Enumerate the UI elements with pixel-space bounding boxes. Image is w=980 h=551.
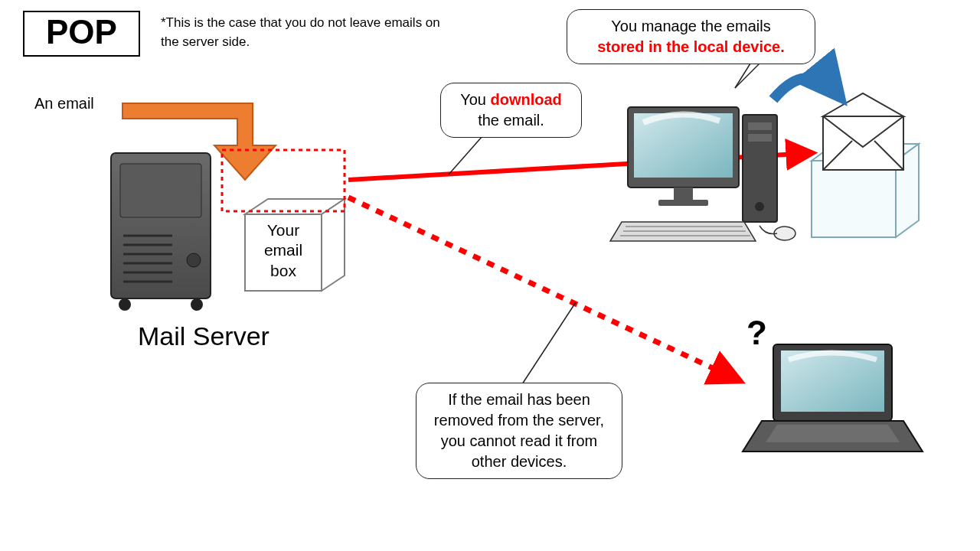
callout-download-post: the email.	[478, 112, 544, 129]
blue-curved-arrow-icon	[773, 78, 841, 99]
svg-marker-35	[766, 425, 900, 442]
callout-manage-pre: You manage the emails	[611, 18, 770, 34]
svg-rect-15	[748, 122, 772, 130]
callout-download-pre: You	[460, 91, 490, 108]
svg-point-9	[119, 298, 131, 311]
svg-rect-30	[823, 116, 903, 170]
question-mark: ?	[746, 314, 767, 352]
callout-manage-red: stored in the local device.	[597, 38, 785, 55]
svg-marker-27	[812, 161, 896, 237]
svg-point-10	[191, 298, 203, 311]
callout-tail-removed	[521, 302, 576, 386]
footnote-text: *This is the case that you do not leave …	[161, 14, 444, 51]
mailbox-label-l1: Your	[267, 221, 299, 239]
mailbox-label: Your email box	[253, 220, 314, 281]
title-text: POP	[46, 13, 117, 51]
diagram-canvas: POP *This is the case that you do not le…	[0, 0, 980, 551]
callout-manage: You manage the emails stored in the loca…	[567, 9, 815, 64]
email-label: An email	[34, 95, 94, 112]
svg-marker-13	[322, 199, 345, 291]
envelope-icon	[823, 93, 903, 170]
server-icon	[111, 153, 211, 311]
svg-rect-16	[748, 134, 772, 142]
callout-download: You download the email.	[440, 83, 582, 138]
title-box: POP	[23, 11, 140, 57]
callout-tail-download	[449, 136, 482, 174]
svg-point-17	[755, 202, 764, 211]
svg-rect-20	[674, 187, 693, 201]
svg-point-8	[187, 253, 201, 267]
laptop-icon	[743, 344, 923, 452]
desktop-pc-icon	[610, 107, 795, 241]
svg-point-26	[774, 227, 795, 240]
mailbox-label-l2: email	[264, 241, 302, 259]
callout-removed: If the email has been removed from the s…	[416, 383, 622, 479]
mailbox-label-l3: box	[270, 262, 296, 279]
svg-rect-1	[120, 164, 201, 217]
callout-download-red: download	[490, 91, 561, 108]
svg-rect-21	[658, 200, 708, 206]
mail-server-heading: Mail Server	[138, 321, 270, 351]
